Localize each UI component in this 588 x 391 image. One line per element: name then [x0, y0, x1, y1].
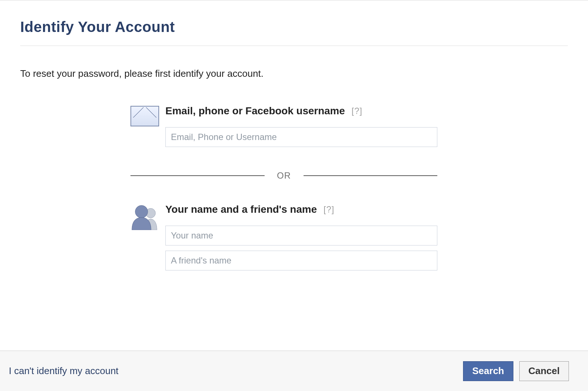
- divider-line-left: [130, 175, 265, 176]
- divider-or-text: OR: [265, 171, 304, 181]
- cant-identify-link[interactable]: I can't identify my account: [9, 365, 118, 377]
- friend-name-input[interactable]: [165, 251, 437, 270]
- or-divider: OR: [130, 171, 437, 181]
- cancel-button[interactable]: Cancel: [519, 361, 569, 381]
- svg-point-1: [135, 205, 148, 218]
- your-name-input[interactable]: [165, 226, 437, 245]
- friends-icon: [130, 204, 161, 230]
- search-button[interactable]: Search: [463, 361, 513, 381]
- envelope-icon: [130, 106, 159, 126]
- name-help-icon[interactable]: [?]: [323, 204, 334, 215]
- email-section-label: Email, phone or Facebook username: [165, 105, 345, 117]
- divider-line-right: [304, 175, 438, 176]
- section-email: Email, phone or Facebook username [?]: [130, 105, 443, 147]
- email-help-icon[interactable]: [?]: [352, 106, 363, 116]
- email-phone-username-input[interactable]: [165, 127, 437, 147]
- footer-bar: I can't identify my account Search Cance…: [0, 351, 588, 391]
- section-name: Your name and a friend's name [?]: [130, 204, 443, 270]
- instruction-text: To reset your password, please first ide…: [20, 68, 568, 79]
- page-title: Identify Your Account: [20, 19, 568, 46]
- name-section-label: Your name and a friend's name: [165, 204, 317, 215]
